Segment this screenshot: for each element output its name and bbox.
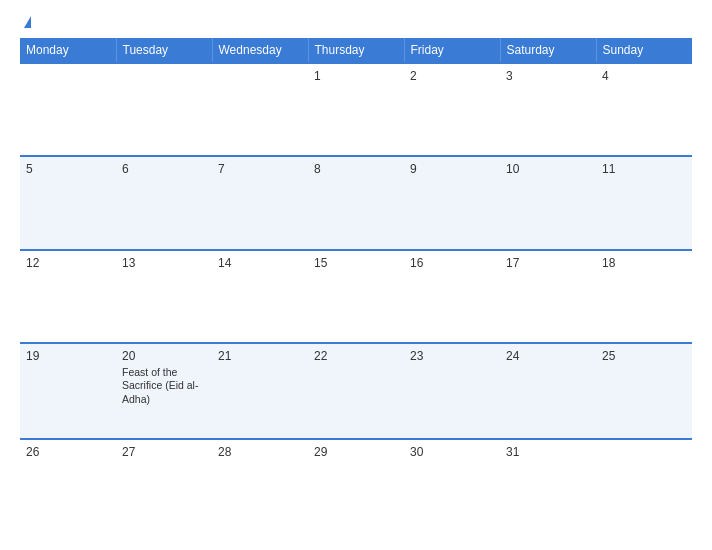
calendar-cell <box>20 63 116 156</box>
calendar-cell: 10 <box>500 156 596 249</box>
calendar-cell: 18 <box>596 250 692 343</box>
day-number: 7 <box>218 162 302 176</box>
calendar-cell: 4 <box>596 63 692 156</box>
calendar-cell: 25 <box>596 343 692 439</box>
calendar-cell: 30 <box>404 439 500 532</box>
day-number: 2 <box>410 69 494 83</box>
calendar-cell: 31 <box>500 439 596 532</box>
day-header-saturday: Saturday <box>500 38 596 63</box>
day-number: 28 <box>218 445 302 459</box>
calendar-cell: 24 <box>500 343 596 439</box>
event-label: Feast of the Sacrifice (Eid al-Adha) <box>122 366 206 407</box>
day-number: 9 <box>410 162 494 176</box>
day-number: 15 <box>314 256 398 270</box>
calendar-cell: 19 <box>20 343 116 439</box>
day-number: 31 <box>506 445 590 459</box>
day-number: 30 <box>410 445 494 459</box>
day-number: 17 <box>506 256 590 270</box>
day-number: 23 <box>410 349 494 363</box>
calendar-cell: 8 <box>308 156 404 249</box>
day-number: 22 <box>314 349 398 363</box>
calendar-cell: 5 <box>20 156 116 249</box>
logo-triangle-icon <box>24 16 31 28</box>
day-number: 14 <box>218 256 302 270</box>
day-header-tuesday: Tuesday <box>116 38 212 63</box>
day-number: 24 <box>506 349 590 363</box>
calendar-cell: 14 <box>212 250 308 343</box>
day-number: 3 <box>506 69 590 83</box>
calendar-table: MondayTuesdayWednesdayThursdayFridaySatu… <box>20 38 692 532</box>
day-header-thursday: Thursday <box>308 38 404 63</box>
day-header-wednesday: Wednesday <box>212 38 308 63</box>
calendar-cell: 23 <box>404 343 500 439</box>
day-number: 26 <box>26 445 110 459</box>
calendar-cell: 12 <box>20 250 116 343</box>
day-number: 20 <box>122 349 206 363</box>
calendar-cell: 2 <box>404 63 500 156</box>
week-row-2: 567891011 <box>20 156 692 249</box>
calendar-cell <box>596 439 692 532</box>
day-number: 21 <box>218 349 302 363</box>
calendar-cell: 16 <box>404 250 500 343</box>
day-number: 18 <box>602 256 686 270</box>
day-number: 8 <box>314 162 398 176</box>
calendar-cell: 26 <box>20 439 116 532</box>
calendar-header <box>20 18 692 28</box>
calendar-cell: 29 <box>308 439 404 532</box>
week-row-1: 1234 <box>20 63 692 156</box>
calendar-cell: 13 <box>116 250 212 343</box>
week-row-4: 1920Feast of the Sacrifice (Eid al-Adha)… <box>20 343 692 439</box>
day-number: 11 <box>602 162 686 176</box>
calendar-page: MondayTuesdayWednesdayThursdayFridaySatu… <box>0 0 712 550</box>
calendar-cell: 11 <box>596 156 692 249</box>
day-number: 6 <box>122 162 206 176</box>
calendar-cell: 21 <box>212 343 308 439</box>
day-number: 27 <box>122 445 206 459</box>
calendar-cell: 20Feast of the Sacrifice (Eid al-Adha) <box>116 343 212 439</box>
calendar-cell: 3 <box>500 63 596 156</box>
day-number: 19 <box>26 349 110 363</box>
day-number: 25 <box>602 349 686 363</box>
calendar-cell <box>116 63 212 156</box>
day-number: 12 <box>26 256 110 270</box>
day-number: 13 <box>122 256 206 270</box>
calendar-cell: 6 <box>116 156 212 249</box>
days-header-row: MondayTuesdayWednesdayThursdayFridaySatu… <box>20 38 692 63</box>
calendar-cell: 17 <box>500 250 596 343</box>
week-row-3: 12131415161718 <box>20 250 692 343</box>
calendar-cell <box>212 63 308 156</box>
week-row-5: 262728293031 <box>20 439 692 532</box>
logo <box>20 18 31 28</box>
day-number: 4 <box>602 69 686 83</box>
day-number: 1 <box>314 69 398 83</box>
calendar-cell: 28 <box>212 439 308 532</box>
calendar-cell: 1 <box>308 63 404 156</box>
calendar-cell: 9 <box>404 156 500 249</box>
day-number: 16 <box>410 256 494 270</box>
day-header-sunday: Sunday <box>596 38 692 63</box>
calendar-cell: 22 <box>308 343 404 439</box>
day-number: 5 <box>26 162 110 176</box>
day-number: 29 <box>314 445 398 459</box>
calendar-cell: 27 <box>116 439 212 532</box>
calendar-cell: 15 <box>308 250 404 343</box>
day-header-friday: Friday <box>404 38 500 63</box>
day-number: 10 <box>506 162 590 176</box>
day-header-monday: Monday <box>20 38 116 63</box>
calendar-cell: 7 <box>212 156 308 249</box>
